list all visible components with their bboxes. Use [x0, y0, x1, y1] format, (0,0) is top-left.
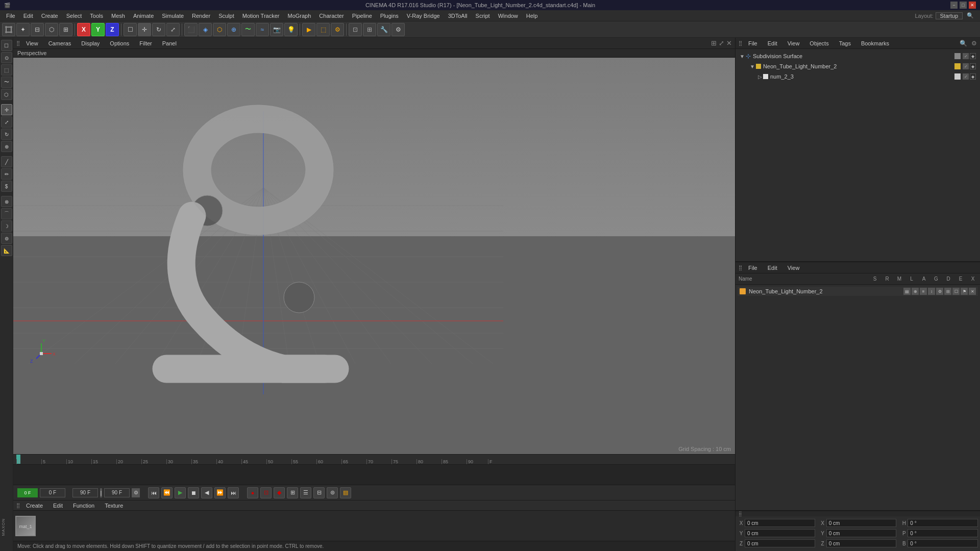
sidebar-lasso[interactable]: 〜	[1, 77, 12, 88]
mat-menu-texture[interactable]: Texture	[101, 502, 127, 510]
num23-color-dot[interactable]	[954, 73, 961, 80]
attr-icon-1[interactable]: ▤	[903, 288, 911, 295]
stop-button[interactable]: ⏹	[188, 487, 199, 498]
menu-edit[interactable]: Edit	[19, 12, 37, 20]
menu-tools[interactable]: Tools	[86, 12, 107, 20]
sidebar-live-select[interactable]: ⊙	[1, 52, 12, 63]
sidebar-sculpt2[interactable]: $	[1, 181, 12, 192]
sidebar-line[interactable]: ╱	[1, 156, 12, 167]
menu-help[interactable]: Help	[522, 12, 542, 20]
toolbar-render-region[interactable]: ⬚	[316, 23, 330, 36]
subdiv-color-dot[interactable]	[954, 53, 961, 59]
sidebar-paint[interactable]: ✏	[1, 168, 12, 180]
scene-settings-icon[interactable]: ⚙	[971, 40, 977, 47]
menu-file[interactable]: File	[2, 12, 19, 20]
toolbar-render-settings[interactable]: ⚙	[331, 23, 344, 36]
menu-select[interactable]: Select	[62, 12, 86, 20]
attr-menu-edit[interactable]: Edit	[764, 264, 781, 272]
vp-tab-display[interactable]: Display	[77, 39, 104, 47]
toolbar-snap[interactable]: ⊡	[349, 23, 362, 36]
toolbar-move[interactable]: ✛	[138, 23, 151, 36]
menu-character[interactable]: Character	[315, 12, 348, 20]
sidebar-move[interactable]: ✛	[1, 104, 12, 115]
fps-lock[interactable]: |	[100, 488, 102, 497]
vp-tab-view[interactable]: View	[22, 39, 42, 47]
goto-start-button[interactable]: ⏮	[148, 487, 159, 498]
size-x-value[interactable]: 0 cm	[826, 519, 897, 527]
toolbar-spline[interactable]: 〜	[241, 23, 255, 36]
menu-create[interactable]: Create	[37, 12, 62, 20]
menu-3dtoall[interactable]: 3DToAll	[444, 12, 472, 20]
toolbar-spline2[interactable]: ≈	[256, 23, 269, 36]
attr-icon-7[interactable]: ☐	[952, 288, 960, 295]
mat-menu-create[interactable]: Create	[22, 502, 47, 510]
toolbar-deformer[interactable]: ⬡	[213, 23, 226, 36]
menu-mograph[interactable]: MoGraph	[283, 12, 315, 20]
scene-object-neon-tube[interactable]: ▼ Neon_Tube_Light_Number_2 ✓ ◆	[738, 61, 978, 71]
current-frame-indicator[interactable]: 0 F	[17, 488, 38, 497]
attr-icon-9[interactable]: ✕	[969, 288, 976, 295]
num23-check2[interactable]: ◆	[970, 73, 976, 80]
size-z-value[interactable]: 0 cm	[826, 539, 897, 547]
next-frame-button[interactable]: ⏩	[214, 487, 226, 498]
layout-value[interactable]: Startup	[936, 12, 963, 19]
toolbar-model-mode[interactable]	[2, 23, 15, 36]
motion-clip-button[interactable]: ⊞	[287, 487, 298, 498]
sidebar-selection[interactable]: ☐	[1, 40, 12, 51]
neon-color-dot[interactable]	[954, 63, 961, 69]
play-reverse-button[interactable]: ◀	[201, 487, 212, 498]
coord-x-value[interactable]: 0 cm	[745, 519, 815, 527]
vp-tab-filter[interactable]: Filter	[135, 39, 156, 47]
viewport-handle[interactable]: ⣿	[16, 40, 20, 46]
end-frame-input[interactable]	[104, 488, 130, 497]
toolbar-obj-cube[interactable]: ⬛	[184, 23, 198, 36]
scene-object-num23[interactable]: ▷ num_2_3 ✓ ◆	[738, 71, 978, 82]
play-button[interactable]: ▶	[175, 487, 186, 498]
material-swatch[interactable]: mat_1	[15, 516, 36, 536]
sidebar-measure[interactable]: 📐	[1, 245, 12, 256]
attr-icon-8[interactable]: ⚑	[961, 288, 968, 295]
num23-check1[interactable]: ✓	[963, 73, 969, 80]
toolbar-x-axis[interactable]: X	[77, 23, 90, 36]
menu-sculpt[interactable]: Sculpt	[214, 12, 238, 20]
toolbar-edge-mode[interactable]: ⊟	[31, 23, 44, 36]
sidebar-weight[interactable]: ⊚	[1, 233, 12, 244]
menu-search-icon[interactable]: 🔍	[963, 11, 978, 20]
toolbar-nurbs[interactable]: ◈	[199, 23, 212, 36]
toolbar-y-axis[interactable]: Y	[91, 23, 105, 36]
menu-vray[interactable]: V-Ray Bridge	[403, 12, 444, 20]
toolbar-camera[interactable]: 📷	[270, 23, 283, 36]
end-frame-lock[interactable]: ⚙	[132, 488, 140, 497]
attr-menu-view[interactable]: View	[783, 264, 804, 272]
attr-icon-5[interactable]: ⚙	[936, 288, 943, 295]
vp-tab-cameras[interactable]: Cameras	[44, 39, 76, 47]
vp-tab-options[interactable]: Options	[106, 39, 133, 47]
maximize-button[interactable]: □	[960, 2, 967, 9]
timeline-settings[interactable]: ☰	[300, 487, 311, 498]
toolbar-rotate[interactable]: ↻	[152, 23, 165, 36]
close-button[interactable]: ✕	[969, 2, 976, 9]
scene-object-subdivision[interactable]: ▼ ⊹ Subdivision Surface ✓ ◆	[738, 51, 978, 61]
attr-icon-6[interactable]: ⊟	[944, 288, 951, 295]
sidebar-field[interactable]: ⊗	[1, 196, 12, 207]
rot-h-value[interactable]: 0 °	[908, 519, 978, 527]
toolbar-workspace[interactable]: 🔧	[377, 23, 390, 36]
menu-mesh[interactable]: Mesh	[107, 12, 129, 20]
menu-animate[interactable]: Animate	[129, 12, 158, 20]
sidebar-path[interactable]: ⌒	[1, 208, 12, 219]
menu-simulate[interactable]: Simulate	[158, 12, 188, 20]
toolbar-point-mode[interactable]: ✦	[16, 23, 30, 36]
minimize-button[interactable]: −	[950, 2, 958, 9]
attr-menu-file[interactable]: File	[744, 264, 762, 272]
neon-check2[interactable]: ◆	[970, 63, 976, 69]
scene-menu-tags[interactable]: Tags	[835, 39, 855, 47]
toolbar-polygon-mode[interactable]: ⬡	[45, 23, 58, 36]
key-button[interactable]: ◆	[274, 487, 285, 498]
toolbar-uvw-mode[interactable]: ⊞	[59, 23, 72, 36]
menu-plugins[interactable]: Plugins	[376, 12, 403, 20]
menu-render[interactable]: Render	[188, 12, 214, 20]
attr-object-row[interactable]: Neon_Tube_Light_Number_2 ▤ ⊕ ≡ ↕ ⚙ ⊟ ☐ ⚑…	[738, 287, 978, 296]
scene-menu-edit[interactable]: Edit	[764, 39, 781, 47]
vp-layout-icon[interactable]: ⊞	[711, 39, 717, 47]
toolbar-configure[interactable]: ⚙	[391, 23, 405, 36]
